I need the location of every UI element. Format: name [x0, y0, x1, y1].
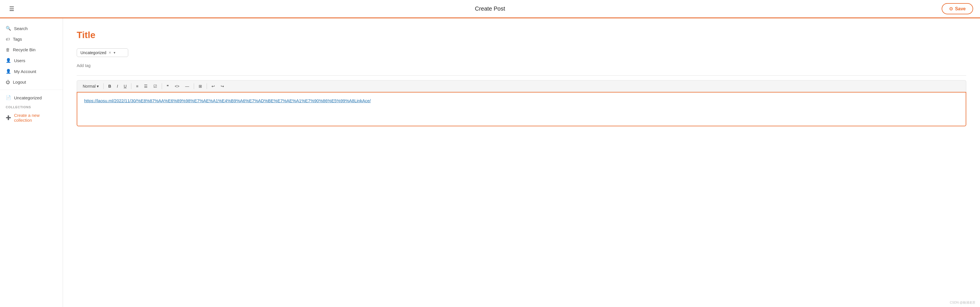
sidebar-item-label: Users [14, 58, 25, 63]
sidebar-item-create-collection[interactable]: ➕ Create a new collection [0, 110, 63, 126]
undo-button[interactable]: ↩ [209, 83, 217, 90]
ordered-list-button[interactable]: ☰ [142, 83, 150, 90]
bullet-list-icon: ≡ [136, 84, 138, 89]
hr-icon: — [185, 84, 189, 89]
save-label: Save [955, 6, 966, 11]
editor-area[interactable]: https://laosu.ml/2022/11/30/%E8%87%AA%E6… [77, 92, 966, 126]
redo-button[interactable]: ↪ [218, 83, 226, 90]
toolbar-separator-5 [207, 83, 207, 89]
editor-toolbar: Normal ▾ B I U ≡ ☰ ☑ [77, 80, 966, 92]
page-title: Create Post [475, 5, 505, 12]
code-button[interactable]: <> [172, 83, 181, 90]
category-select-value: Uncategorized [80, 50, 106, 55]
sidebar-item-my-account[interactable]: 👤 My Account [0, 66, 63, 77]
section-separator [77, 75, 966, 76]
sidebar-item-label: Recycle Bin [13, 47, 35, 52]
checkbox-button[interactable]: ☑ [151, 83, 159, 90]
sidebar-item-label: Logout [13, 80, 26, 84]
underline-button[interactable]: U [121, 83, 129, 90]
blockquote-button[interactable]: ❝ [164, 83, 171, 90]
underline-icon: U [124, 84, 127, 89]
sidebar-item-tags[interactable]: 🏷 Tags [0, 34, 63, 45]
redo-icon: ↪ [221, 84, 224, 89]
hamburger-icon: ☰ [9, 6, 14, 12]
editor-link[interactable]: https://laosu.ml/2022/11/30/%E8%87%AA%E6… [84, 98, 371, 103]
sidebar-item-label: Search [14, 26, 28, 31]
italic-icon: I [117, 84, 118, 89]
users-icon: 👤 [6, 58, 11, 63]
sidebar: 🔍 Search 🏷 Tags 🗑 Recycle Bin 👤 Users 👤 … [0, 18, 63, 307]
ordered-list-icon: ☰ [144, 84, 148, 89]
form-section-title: Title [77, 30, 966, 40]
recycle-bin-icon: 🗑 [6, 47, 10, 52]
save-circle-icon: ⊙ [949, 6, 953, 11]
bullet-list-button[interactable]: ≡ [134, 83, 140, 90]
undo-icon: ↩ [212, 84, 215, 89]
sidebar-item-label: Create a new collection [14, 113, 57, 122]
table-button[interactable]: ⊞ [196, 83, 204, 90]
category-icon: 📄 [6, 95, 11, 100]
my-account-icon: 👤 [6, 69, 11, 74]
footer-watermark: CSDN @杨浦老苏 [950, 301, 975, 305]
table-icon: ⊞ [199, 84, 202, 89]
create-collection-icon: ➕ [6, 115, 11, 120]
sidebar-item-users[interactable]: 👤 Users [0, 55, 63, 66]
bold-button[interactable]: B [106, 83, 113, 90]
add-tag-row [77, 62, 966, 70]
sidebar-item-logout[interactable]: ⏻ Logout [0, 77, 63, 87]
save-button[interactable]: ⊙ Save [942, 3, 973, 14]
sidebar-item-label: Uncategorized [14, 95, 42, 100]
toolbar-separator-4 [194, 83, 194, 89]
sidebar-item-search[interactable]: 🔍 Search [0, 23, 63, 34]
text-style-label: Normal [83, 84, 95, 89]
sidebar-item-uncategorized[interactable]: 📄 Uncategorized [0, 92, 63, 103]
chevron-down-icon[interactable]: ▾ [114, 51, 115, 55]
blockquote-icon: ❝ [167, 84, 169, 89]
main-content: Title Uncategorized ✕ ▾ Normal ▾ B [63, 18, 980, 307]
main-layout: 🔍 Search 🏷 Tags 🗑 Recycle Bin 👤 Users 👤 … [0, 18, 980, 307]
category-select-row: Uncategorized ✕ ▾ [77, 48, 966, 57]
tags-icon: 🏷 [6, 37, 10, 41]
category-select[interactable]: Uncategorized ✕ ▾ [77, 48, 128, 57]
add-tag-input[interactable] [77, 62, 134, 70]
checkbox-icon: ☑ [153, 84, 157, 89]
hamburger-button[interactable]: ☰ [7, 3, 17, 14]
sidebar-item-label: Tags [13, 37, 22, 41]
dropdown-chevron-icon: ▾ [97, 84, 99, 89]
hr-button[interactable]: — [183, 83, 191, 90]
text-style-dropdown[interactable]: Normal ▾ [80, 83, 101, 90]
search-icon: 🔍 [6, 26, 11, 31]
app-header: ☰ Create Post ⊙ Save [0, 0, 980, 18]
sidebar-item-label: My Account [14, 69, 37, 74]
collections-section-label: COLLECTIONS [0, 103, 63, 110]
sidebar-item-recycle-bin[interactable]: 🗑 Recycle Bin [0, 45, 63, 55]
toolbar-separator-3 [162, 83, 162, 89]
bold-icon: B [108, 84, 111, 89]
clear-icon[interactable]: ✕ [108, 51, 111, 55]
logout-icon: ⏻ [6, 80, 10, 84]
code-icon: <> [175, 84, 179, 89]
italic-button[interactable]: I [115, 83, 120, 90]
